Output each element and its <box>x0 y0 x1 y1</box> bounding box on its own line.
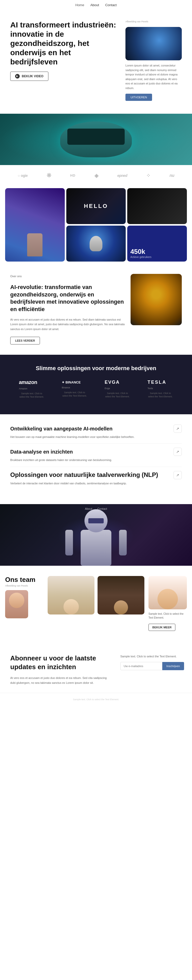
logo-nu-name: nu <box>170 173 174 178</box>
subscribe-body: At vero eos et accusam et justo duo dolo… <box>10 676 110 685</box>
submit-button[interactable]: UITVOEREN <box>126 94 152 101</box>
subscribe-right-text: Sample text. Click to select the Text El… <box>120 654 182 659</box>
hero-image <box>126 27 182 60</box>
email-row: Inschrijven <box>120 662 182 670</box>
team-person-right-img <box>148 576 187 609</box>
footer-text: Sample text. Click to select the Text El… <box>73 698 119 701</box>
service-data-arrow[interactable]: ↗ <box>173 448 182 456</box>
robot-photo-section: About Contact <box>0 504 192 566</box>
vr-banner-inner <box>0 114 192 165</box>
brand-evga-label: Evga <box>105 387 110 390</box>
service-ai-arrow[interactable]: ↗ <box>173 425 182 433</box>
bekijk-video-label: BEKIJK VIDEO <box>22 75 44 78</box>
logo-nu: nu <box>170 173 174 178</box>
about-body: At vero eos et accusam et justo duo dolo… <box>10 317 126 332</box>
brand-evga: EVGA Evga Sample text. Click to select t… <box>105 380 130 399</box>
nav-home[interactable]: Home <box>75 3 84 7</box>
team-persons-middle <box>47 576 145 617</box>
team-person-2 <box>47 576 94 617</box>
hero-title: AI transformeert industrieën: innovatie … <box>10 20 119 67</box>
hero-text-block: Lorem ipsum dolor sit amet, consectetur … <box>126 64 182 101</box>
subscribe-section: Abonneer u voor de laatste updates en in… <box>0 641 192 693</box>
about-left: Over ons AI-revolutie: transformatie van… <box>10 274 126 344</box>
nav-contact[interactable]: Contact <box>105 3 117 7</box>
logo-dots: ⁘ <box>146 172 151 179</box>
about-label: Over ons <box>10 274 126 279</box>
brand-amazon-desc: Sample text. Click to select the Text El… <box>19 392 44 399</box>
service-nlp-arrow[interactable]: ↗ <box>173 471 182 479</box>
brand-tesla-label: Tesla <box>148 387 153 390</box>
hero-section: AI transformeert industrieën: innovatie … <box>0 10 192 114</box>
service-ai-models: Ontwikkeling van aangepaste AI-modellen … <box>10 425 182 444</box>
footer-caption: Sample text. Click to select the Text El… <box>0 693 192 706</box>
grid-image-robot <box>66 226 126 262</box>
hero-body-text: Lorem ipsum dolor sit amet, consectetur … <box>126 64 182 91</box>
about-section: Over ons AI-revolutie: transformatie van… <box>0 264 192 355</box>
logo-hd: HD <box>70 173 76 177</box>
team-label-block: Ons team Afbeelding van Pexels <box>5 576 44 618</box>
grid-stat: 450k Actieve gebruikers <box>127 226 187 262</box>
service-ai-desc: Het bouwen van op maat gemaakte machine … <box>10 435 138 439</box>
service-nlp-title: Oplossingen voor natuurlijke taalverwerk… <box>10 471 158 479</box>
dark-section-title: Slimme oplossingen voor moderne bedrijve… <box>10 365 182 372</box>
ai-services-section: Ontwikkeling van aangepaste AI-modellen … <box>0 414 192 504</box>
service-ai-title: Ontwikkeling van aangepaste AI-modellen <box>10 426 112 432</box>
subscribe-right: Sample text. Click to select the Text El… <box>120 654 182 670</box>
team-label: Ons team <box>5 576 44 584</box>
brand-binance-label: Binance <box>62 386 70 389</box>
team-right-text: Sample text. Click to select the Text El… <box>148 612 187 620</box>
team-section: Ons team Afbeelding van Pexels <box>0 566 192 641</box>
service-nlp-desc: Verbetert de interactie met klanten door… <box>10 481 138 486</box>
about-image <box>131 274 182 325</box>
robot-image-hero <box>126 27 182 60</box>
brand-binance-desc: Sample text. Click to select the Text El… <box>62 391 87 398</box>
navigation: Home About Contact <box>0 0 192 10</box>
logos-strip: ○ ogie ❊ HD ◈ epned ⁘ nu <box>0 165 192 186</box>
logo-flower: ❊ <box>47 172 51 179</box>
brand-evga-desc: Sample text. Click to select the Text El… <box>105 392 130 399</box>
image-grid: HELLO 450k Actieve gebruikers <box>5 188 187 262</box>
service-nlp: Oplossingen voor natuurlijke taalverwerk… <box>10 471 182 490</box>
image-grid-container: HELLO 450k Actieve gebruikers <box>0 186 192 264</box>
team-person-3 <box>98 576 145 617</box>
stat-number: 450k <box>130 248 145 256</box>
vr-headset-image <box>60 121 132 158</box>
brand-logos: amazon Amazon Sample text. Click to sele… <box>10 379 182 399</box>
subscribe-title: Abonneer u voor de laatste updates en in… <box>10 654 110 671</box>
team-right: Sample text. Click to select the Text El… <box>148 576 187 631</box>
read-more-button[interactable]: LEES VERDER <box>10 337 40 344</box>
brand-binance: ✦ BINANCE Binance Sample text. Click to … <box>62 380 87 398</box>
logo-hd-name: HD <box>70 173 76 177</box>
img-caption: Afbeelding van Pexels <box>126 20 182 23</box>
bekijk-video-button[interactable]: BEKIJK VIDEO <box>10 72 49 81</box>
team-person-2-img <box>47 576 94 614</box>
logo-epned-name: epned <box>117 173 127 178</box>
logo-epned: epned <box>117 173 127 178</box>
robot-figure <box>71 509 121 566</box>
vr-banner <box>0 114 192 165</box>
logo-ogie: ○ ogie <box>18 173 28 178</box>
brand-amazon: amazon Amazon Sample text. Click to sele… <box>19 379 44 399</box>
brand-tesla-desc: Sample text. Click to select the Text El… <box>148 392 173 399</box>
robot-img-about <box>131 274 182 325</box>
service-data: Data-analyse en inzichten ↗ Bruikbare in… <box>10 448 182 467</box>
team-person-3-img <box>98 576 145 614</box>
email-input[interactable] <box>120 662 162 670</box>
play-icon <box>15 74 20 78</box>
team-caption: Afbeelding van Pexels <box>5 584 44 587</box>
service-data-desc: Bruikbare inzichten uit grote datasets h… <box>10 458 138 463</box>
about-title: AI-revolutie: transformatie van gezondhe… <box>10 284 126 313</box>
grid-image-hello: HELLO <box>66 188 126 224</box>
subscribe-left: Abonneer u voor de laatste updates en in… <box>10 654 110 685</box>
subscribe-button[interactable]: Inschrijven <box>162 662 184 670</box>
logo-diamond: ◈ <box>94 172 98 179</box>
stat-label: Actieve gebruikers <box>130 256 151 258</box>
grid-image-hand <box>5 188 65 262</box>
service-data-title: Data-analyse en inzichten <box>10 449 73 455</box>
hello-text: HELLO <box>84 203 108 210</box>
grid-image-curve <box>127 188 187 224</box>
bekijk-meer-button[interactable]: BEKIJK MEER <box>148 624 175 631</box>
brand-amazon-label: Amazon <box>19 387 27 390</box>
nav-about[interactable]: About <box>90 3 99 7</box>
team-person-small-img <box>5 590 28 618</box>
